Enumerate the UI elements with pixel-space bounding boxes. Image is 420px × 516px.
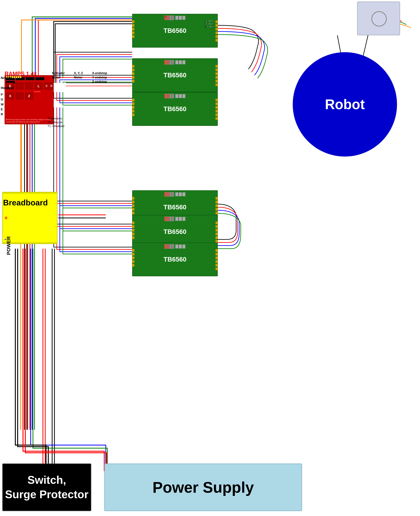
pulley-wheel [371, 11, 387, 27]
power-supply-label: Power Supply [152, 478, 254, 496]
thermistor-note: ThermistorsT0 = NozzleT1 = Heatbed [47, 117, 64, 128]
tb6560-board-6: TB6560 [132, 242, 218, 276]
tb6560-board-1: A+ GND V+ B+ GND V+ A- GND V- TB6560 [132, 14, 218, 47]
pulley-assembly [357, 1, 400, 35]
ramps-sub-labels: Nozzle Heatbed POWER [1, 75, 14, 117]
ramps-top-labels: ExtruderMotor X, Y, ZMotor X-endstopY-en… [52, 71, 107, 84]
robot-label: Robot [325, 97, 365, 112]
tb6560-board-3: TB6560 [132, 92, 218, 126]
switch-box: Switch,Surge Protector [2, 463, 91, 511]
power-supply: Power Supply [104, 463, 302, 511]
power-vertical-label: POWER [6, 236, 12, 255]
tb6560-board-2: TB6560 [132, 58, 218, 92]
robot-circle: Robot [293, 52, 397, 157]
breadboard-label: Breadboard [3, 198, 48, 207]
switch-label: Switch,Surge Protector [5, 473, 89, 501]
